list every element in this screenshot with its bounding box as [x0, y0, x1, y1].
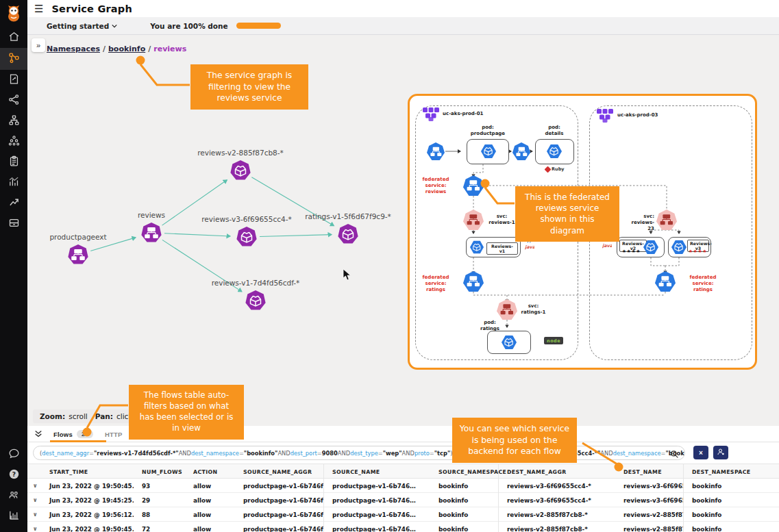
flow-row[interactable]: ∨Jun 23, 2022 @ 19:50:45.00072allowprodu…: [27, 522, 779, 532]
collapse-flows-button[interactable]: [34, 429, 42, 440]
column-header-action[interactable]: ACTION: [185, 464, 235, 479]
flow-row[interactable]: ∨Jun 23, 2022 @ 19:45:25.00029allowprodu…: [27, 493, 779, 507]
svc-reviews-1-label: svc: reviews-1: [486, 214, 517, 226]
sidebar-item-chat[interactable]: [0, 444, 27, 465]
clear-filter-button[interactable]: ×: [693, 446, 708, 459]
flows-table-header: START_TIMENUM_FLOWSACTIONSOURCE_NAME_AGG…: [27, 464, 779, 479]
filter-token: =: [89, 450, 94, 457]
help-icon: ?: [8, 468, 20, 482]
hamburger-menu-button[interactable]: ☰: [34, 3, 43, 14]
getting-started-menu[interactable]: Getting started: [47, 22, 117, 30]
callout-backend-service: You can see which service is being used …: [452, 418, 577, 463]
row-expand-chevron[interactable]: ∨: [27, 479, 41, 493]
filter-token: dest_type: [350, 450, 378, 457]
flow-cell-dest_namespace: bookinfo: [684, 507, 779, 522]
user-filter-button[interactable]: [713, 446, 728, 459]
cluster-icon: [8, 135, 20, 149]
histogram-icon: [8, 509, 20, 523]
flow-cell-source_name_aggr: productpage-v1-6b746f74dc-*: [235, 493, 324, 507]
filter-token: 9080: [322, 450, 338, 457]
sidebar-item-clusters[interactable]: [0, 131, 27, 152]
callout-flows-autofilter: The flows table auto-filters based on wh…: [129, 385, 244, 440]
filter-token: dest_namespace: [191, 450, 239, 457]
graph-node-label: ratings-v1-5f6d67f9c9-*: [305, 212, 391, 220]
java-logo: java: [525, 240, 534, 253]
pod-details-label: pod: details: [530, 125, 578, 137]
column-header-dest_namespace[interactable]: DEST_NAMESPACE: [684, 464, 779, 479]
flow-cell-start_time: Jun 23, 2022 @ 19:50:45.000: [41, 479, 134, 493]
column-header-dest_name[interactable]: DEST_NAME: [615, 464, 684, 479]
getting-started-bar: Getting started You are 100% done: [27, 17, 779, 35]
flow-filter-input[interactable]: (dest_name_aggr = "reviews-v1-7d4fd56cdf…: [33, 446, 685, 460]
row-expand-chevron[interactable]: ∨: [27, 493, 41, 507]
column-header-num_flows[interactable]: NUM_FLOWS: [134, 464, 185, 479]
users-icon: [8, 489, 20, 503]
sidebar-item-help[interactable]: ?: [0, 465, 27, 485]
sidebar-item-audit-log[interactable]: [0, 152, 27, 173]
expand-panel-button[interactable]: »: [32, 38, 45, 52]
column-header-source_name_aggr[interactable]: SOURCE_NAME_AGGR: [235, 464, 324, 479]
federated-ratings-label: federated service: ratings: [411, 275, 460, 292]
flow-row[interactable]: ∨Jun 23, 2022 @ 19:56:12.00088allowprodu…: [27, 507, 779, 522]
breadcrumb-reviews: reviews: [153, 45, 186, 53]
flow-cell-action: allow: [185, 507, 235, 522]
filter-token: "tcp": [434, 450, 450, 457]
sidebar-item-network[interactable]: [0, 90, 27, 111]
sidebar-item-trends[interactable]: [0, 193, 27, 214]
filter-token: dest_name_aggr: [42, 450, 89, 457]
bar-chart-icon: [8, 176, 20, 190]
sidebar-item-analytics[interactable]: [0, 506, 27, 527]
trend-arrow-icon: [8, 197, 20, 210]
double-chevron-down-icon: [34, 429, 42, 440]
svg-text:java: java: [602, 243, 612, 249]
flow-cell-source_name: productpage-v1-6b746…: [324, 522, 430, 532]
sidebar-item-users[interactable]: [0, 485, 27, 506]
storage-box-icon: [8, 217, 20, 231]
callout-graph-filter: The service graph is filtering to view t…: [190, 64, 308, 110]
svc-reviews-23-label: svc: reviews-23: [626, 214, 654, 231]
sidebar-item-storage[interactable]: [0, 214, 27, 234]
filter-token: AND: [179, 450, 191, 457]
flow-cell-action: allow: [185, 479, 235, 493]
filter-token: dest_namespace: [613, 450, 661, 457]
isovalent-logo: [0, 0, 27, 27]
flow-cell-start_time: Jun 23, 2022 @ 19:50:45.000: [41, 522, 134, 532]
cluster-name: uc-aks-prod-03: [617, 112, 658, 118]
flow-cell-dest_name_aggr: reviews-v3-6f69655cc4-*: [499, 493, 615, 507]
graph-node-label: reviews: [138, 211, 165, 219]
filter-token: =: [661, 450, 666, 457]
sidebar-item-policy-editor[interactable]: [0, 70, 27, 90]
flow-cell-source_name_aggr: productpage-v1-6b746f74dc-*: [235, 507, 324, 522]
flows-count-badge: 20: [77, 430, 93, 438]
filter-token: "reviews-v1-7d4fd56cdf-*": [94, 450, 179, 457]
flow-cell-dest_name: reviews-v3-6f69655cc…: [615, 479, 684, 493]
filter-token: =: [239, 450, 244, 457]
sidebar-item-metrics[interactable]: [0, 173, 27, 193]
row-expand-chevron[interactable]: ∨: [27, 507, 41, 522]
breadcrumb-bookinfo[interactable]: bookinfo: [108, 45, 145, 53]
tab-http[interactable]: HTTP: [105, 426, 123, 442]
row-expand-chevron[interactable]: ∨: [27, 522, 41, 532]
flow-row[interactable]: ∨Jun 23, 2022 @ 19:50:45.00093allowprodu…: [27, 479, 779, 493]
sidebar: ?: [0, 0, 27, 532]
sidebar-item-topology[interactable]: [0, 111, 27, 131]
column-header-source_name[interactable]: SOURCE_NAME: [324, 464, 430, 479]
sidebar-item-home[interactable]: [0, 27, 27, 48]
breadcrumb-separator: /: [148, 45, 151, 53]
flow-cell-action: allow: [185, 493, 235, 507]
zoom-hint-key: Zoom:: [40, 412, 65, 420]
column-header-source_namespace[interactable]: SOURCE_NAMESPACE: [430, 464, 499, 479]
tab-flows-label: Flows: [53, 431, 73, 438]
nodejs-logo: node: [544, 337, 563, 344]
column-header-expand: [27, 464, 41, 479]
flow-cell-num_flows: 29: [134, 493, 185, 507]
column-header-start_time[interactable]: START_TIME: [41, 464, 134, 479]
graph-node-label: reviews-v3-6f69655cc4-*: [201, 215, 291, 223]
graph-node-label: reviews-v1-7d4fd56cdf-*: [212, 279, 300, 287]
column-header-dest_name_aggr[interactable]: DEST_NAME_AGGR: [499, 464, 615, 479]
flow-cell-dest_name: reviews-v3-6f69655cc…: [615, 493, 684, 507]
filter-token: =: [317, 450, 322, 457]
breadcrumb-namespaces[interactable]: Namespaces: [47, 45, 100, 53]
sidebar-item-service-graph[interactable]: [0, 48, 27, 70]
flows-panel: Flows 20 HTTP Alerts Capture Jobs (dest_…: [27, 426, 779, 532]
